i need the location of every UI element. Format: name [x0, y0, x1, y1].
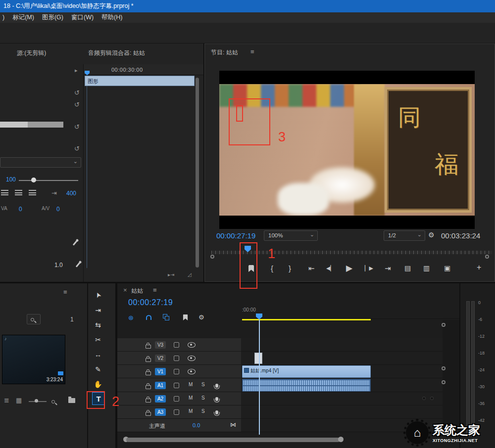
solo-button[interactable]: S	[201, 408, 205, 414]
program-position-timecode[interactable]: 00:00:27:19	[216, 231, 255, 240]
align-right-icon[interactable]	[29, 190, 36, 195]
solo-button[interactable]: S	[201, 382, 205, 387]
selection-tool-icon[interactable]: ➤	[93, 291, 102, 299]
reset-parameter-icon[interactable]: ↺	[74, 145, 80, 152]
list-view-icon[interactable]: ≣	[4, 397, 9, 404]
razor-tool[interactable]: ✂	[88, 336, 108, 344]
track-lock-icon[interactable]	[146, 370, 151, 377]
find-icon[interactable]	[51, 400, 55, 403]
scroll-handle[interactable]	[442, 366, 446, 370]
track-lane-a3[interactable]	[241, 405, 443, 419]
mute-button[interactable]: M	[189, 395, 193, 401]
nest-indicator-icon[interactable]: ⊛	[128, 314, 134, 321]
add-marker-icon[interactable]	[183, 314, 188, 321]
play-around-icon[interactable]: ▸⇥	[168, 272, 174, 277]
tab-program-monitor[interactable]: 节目: 姑姑	[211, 48, 238, 57]
timeline-settings-wrench-icon[interactable]: ⚙	[198, 314, 204, 321]
play-button[interactable]: ▶	[346, 263, 352, 273]
track-badge-v3[interactable]: V3	[155, 341, 166, 349]
track-lane-v3[interactable]	[241, 338, 443, 352]
sync-lock-icon[interactable]	[174, 396, 179, 403]
mini-ruler[interactable]	[84, 64, 204, 75]
track-badge-v1[interactable]: V1	[155, 368, 166, 375]
export-frame-button[interactable]: ▣	[444, 264, 450, 272]
sync-lock-icon[interactable]	[174, 342, 179, 349]
scrubber-zoom-handle-left[interactable]	[210, 255, 214, 259]
kerning-value[interactable]: 0	[19, 206, 22, 213]
value-slider-track[interactable]	[19, 180, 78, 181]
solo-button[interactable]: S	[201, 395, 205, 401]
settings-wrench-icon[interactable]: ⚙	[428, 231, 435, 239]
menu-item-marker[interactable]: 标记(M)	[12, 14, 34, 21]
voiceover-mic-icon[interactable]	[215, 409, 218, 416]
track-visibility-icon[interactable]	[188, 356, 196, 362]
sync-lock-icon[interactable]	[174, 383, 179, 390]
slider-value[interactable]: 100	[6, 176, 16, 183]
track-badge-a3[interactable]: A3	[155, 408, 166, 416]
search-button[interactable]	[27, 314, 41, 324]
track-lock-icon[interactable]	[146, 410, 151, 417]
sync-lock-icon[interactable]	[174, 409, 179, 416]
track-select-tool[interactable]: ⇥	[88, 306, 108, 314]
expand-row-icon[interactable]: ▸	[75, 67, 78, 74]
fit-bowtie-icon[interactable]: ⋈	[230, 421, 236, 428]
font-dropdown[interactable]: ⌄	[0, 157, 81, 168]
close-tab-icon[interactable]: ×	[123, 286, 127, 294]
playback-resolution-dropdown[interactable]: 1/2 ⌄	[384, 230, 425, 241]
linked-selection-icon[interactable]	[163, 314, 170, 321]
graphic-clip[interactable]: 图形	[85, 76, 195, 86]
go-to-in-button[interactable]: ⇤	[308, 264, 315, 273]
menu-item-window[interactable]: 窗口(W)	[71, 14, 94, 21]
track-badge-a2[interactable]: A2	[155, 395, 166, 403]
track-lock-icon[interactable]	[146, 397, 151, 404]
scroll-handle[interactable]	[442, 380, 446, 384]
new-bin-icon[interactable]	[68, 398, 75, 403]
stroke-width-value[interactable]: 1.0	[54, 262, 63, 269]
horizontal-scrollbar[interactable]	[126, 438, 340, 442]
align-center-icon[interactable]	[15, 190, 22, 195]
clip-thumbnail[interactable]: ♪ 3:23:24	[2, 335, 65, 384]
lift-button[interactable]: ▤	[404, 264, 411, 272]
tracking-value[interactable]: 0	[56, 206, 60, 213]
step-back-button[interactable]: ◀▏	[326, 265, 335, 271]
snap-icon[interactable]	[146, 315, 151, 320]
go-to-out-button[interactable]: ⇥	[385, 264, 391, 273]
step-forward-button[interactable]: ▏▶	[365, 265, 373, 271]
reset-parameter-icon[interactable]: ↺	[74, 101, 80, 108]
pen-tool[interactable]: ✎	[88, 365, 108, 373]
scroll-handle[interactable]	[442, 323, 446, 327]
track-lock-icon[interactable]	[146, 357, 151, 363]
tab-audio-clip-mixer[interactable]: 音频剪辑混合器: 姑姑	[88, 49, 145, 57]
graphic-clip-segment[interactable]	[254, 353, 262, 364]
sync-lock-icon[interactable]	[174, 356, 179, 362]
icon-view-icon[interactable]: ▦	[16, 397, 22, 404]
video-clip[interactable]: 姑姑.mp4 [V]	[242, 365, 371, 378]
mute-button[interactable]: M	[189, 382, 193, 387]
menu-item-fragment[interactable]: )	[2, 14, 4, 21]
tab-source-monitor[interactable]: 源:(无剪辑)	[17, 49, 46, 57]
slip-tool[interactable]: ↔	[88, 351, 108, 358]
track-lane-a2[interactable]	[241, 392, 443, 405]
track-badge-a1[interactable]: A1	[155, 382, 166, 389]
scrubber-zoom-handle-right[interactable]	[485, 255, 489, 259]
button-editor-plus-button[interactable]: +	[477, 263, 481, 272]
mark-in-button[interactable]: {	[271, 264, 273, 272]
track-lane-v2[interactable]	[241, 352, 443, 365]
track-badge-v2[interactable]: V2	[155, 355, 166, 362]
panel-menu-icon[interactable]: ≡	[153, 286, 157, 294]
value-slider-knob[interactable]	[31, 178, 36, 182]
track-lock-icon[interactable]	[146, 343, 151, 350]
track-visibility-icon[interactable]	[188, 342, 196, 349]
menu-item-graphics[interactable]: 图形(G)	[42, 14, 63, 21]
panel-menu-icon[interactable]: ≡	[250, 48, 254, 55]
font-size-value[interactable]: 400	[66, 190, 76, 197]
eyedropper-icon[interactable]	[73, 240, 77, 245]
master-gain-value[interactable]: 0.0	[193, 422, 200, 428]
voiceover-mic-icon[interactable]	[215, 396, 218, 403]
extract-button[interactable]: ▥	[423, 264, 430, 272]
eyedropper-icon[interactable]	[76, 262, 80, 267]
mute-button[interactable]: M	[189, 408, 193, 414]
track-lock-icon[interactable]	[146, 384, 151, 391]
timeline-position-timecode[interactable]: 00:00:27:19	[128, 298, 173, 307]
voiceover-mic-icon[interactable]	[215, 382, 218, 389]
